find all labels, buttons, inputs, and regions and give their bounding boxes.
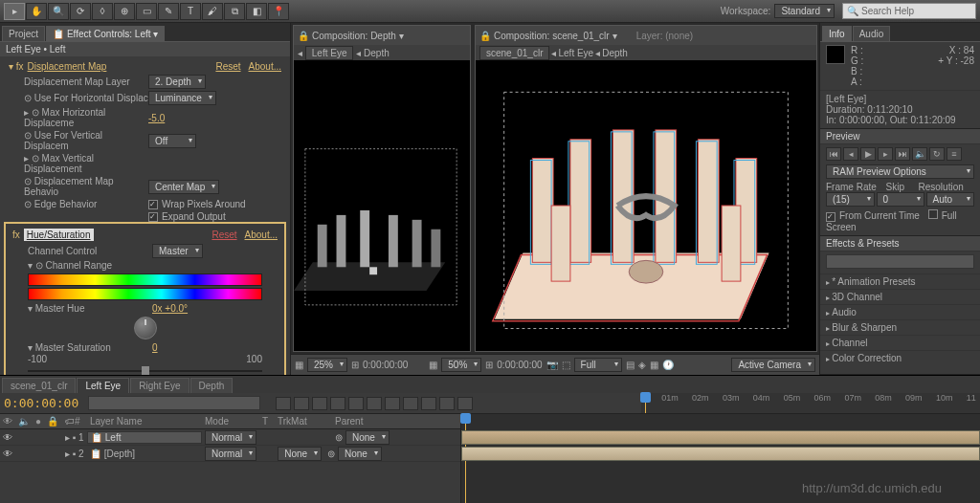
bc-scene[interactable]: scene_01_clr bbox=[479, 46, 549, 60]
dm-wrap-checkbox[interactable] bbox=[148, 200, 158, 209]
grid2-icon[interactable]: ▦ bbox=[429, 360, 437, 370]
lock-icon[interactable]: 🔒 bbox=[479, 31, 491, 41]
ep-blur[interactable]: Blur & Sharpen bbox=[820, 319, 980, 335]
time2[interactable]: 0:00:00:00 bbox=[497, 360, 542, 370]
tc-icon-5[interactable] bbox=[348, 397, 364, 410]
fx-hue-sat-header[interactable]: fx Hue/Saturation Reset About... bbox=[9, 227, 281, 243]
tab-project[interactable]: Project bbox=[2, 26, 45, 41]
tab-effect-controls[interactable]: 📋 Effect Controls: Left ▾ bbox=[46, 26, 165, 41]
fx-displacement-map-header[interactable]: ▾ fx Displacement Map Reset About... bbox=[5, 59, 285, 74]
zoom-tool-icon[interactable]: 🔍 bbox=[48, 3, 69, 20]
prev-frame-button[interactable]: ◂ bbox=[843, 147, 858, 161]
mask-icon[interactable]: ▤ bbox=[626, 360, 635, 370]
depth-viewport[interactable] bbox=[294, 60, 470, 351]
first-frame-button[interactable]: ⏮ bbox=[826, 147, 841, 161]
eraser-tool-icon[interactable]: ◧ bbox=[246, 3, 267, 20]
effects-search[interactable] bbox=[826, 254, 974, 269]
res2-icon[interactable]: ⊞ bbox=[485, 360, 493, 370]
bc-lefteye2[interactable]: Left Eye bbox=[558, 48, 593, 58]
fullscreen-checkbox[interactable] bbox=[928, 209, 938, 219]
next-frame-button[interactable]: ▸ bbox=[878, 147, 893, 161]
tc-icon-10[interactable] bbox=[439, 397, 455, 410]
scene-viewport[interactable] bbox=[476, 60, 816, 351]
brush-tool-icon[interactable]: 🖌 bbox=[202, 3, 223, 20]
layer1-name[interactable]: 📋 Left bbox=[87, 431, 202, 444]
tc-icon-3[interactable] bbox=[312, 397, 327, 410]
tab-info[interactable]: Info bbox=[822, 26, 852, 41]
hs-about[interactable]: About... bbox=[245, 230, 278, 240]
loop-button[interactable]: ↻ bbox=[929, 147, 945, 161]
tc-icon-11[interactable] bbox=[457, 397, 473, 410]
tc-icon-2[interactable] bbox=[294, 397, 309, 410]
bc-depth[interactable]: Depth bbox=[364, 48, 390, 58]
layer2-bar[interactable] bbox=[461, 447, 980, 461]
hand-tool-icon[interactable]: ✋ bbox=[26, 3, 47, 20]
tc-icon-1[interactable] bbox=[276, 397, 291, 410]
hs-channel-dropdown[interactable]: Master bbox=[152, 244, 203, 258]
timeline-tab-righteye[interactable]: Right Eye bbox=[130, 378, 189, 393]
ep-color[interactable]: Color Correction bbox=[820, 350, 980, 365]
play-button[interactable]: ▶ bbox=[860, 147, 876, 161]
rotate-tool-icon[interactable]: ⟳ bbox=[70, 3, 91, 20]
text-tool-icon[interactable]: T bbox=[180, 3, 201, 20]
time-icon[interactable]: 🕐 bbox=[662, 360, 674, 370]
dm-reset[interactable]: Reset bbox=[215, 61, 240, 72]
timeline-tab-scene[interactable]: scene_01_clr bbox=[2, 378, 76, 393]
hs-hue-value[interactable]: 0x +0.0° bbox=[152, 303, 188, 314]
snap-icon[interactable]: 📷 bbox=[546, 360, 558, 370]
dm-expand-checkbox[interactable] bbox=[148, 212, 158, 222]
stamp-tool-icon[interactable]: ⧉ bbox=[224, 3, 245, 20]
skip-dropdown[interactable]: 0 bbox=[877, 192, 924, 207]
dm-vdisp-dropdown[interactable]: Off bbox=[148, 134, 196, 148]
res-icon[interactable]: ⊞ bbox=[351, 360, 359, 370]
hs-sat-value[interactable]: 0 bbox=[152, 342, 158, 353]
hs-reset[interactable]: Reset bbox=[212, 230, 236, 240]
pen-tool-icon[interactable]: ✎ bbox=[158, 3, 179, 20]
layer-timeline[interactable]: http://um3d.dc.umich.edu bbox=[461, 414, 980, 503]
ep-channel[interactable]: Channel bbox=[820, 335, 980, 350]
rect-tool-icon[interactable]: ▭ bbox=[136, 3, 157, 20]
camera-dropdown[interactable]: Active Camera bbox=[731, 358, 815, 372]
fromcurrent-checkbox[interactable] bbox=[826, 212, 835, 222]
tc-icon-9[interactable] bbox=[421, 397, 436, 410]
region-icon[interactable]: ⬚ bbox=[562, 360, 570, 370]
workspace-dropdown[interactable]: Standard bbox=[774, 4, 835, 18]
playhead[interactable] bbox=[645, 393, 646, 413]
timeline-tab-lefteye[interactable]: Left Eye bbox=[77, 378, 129, 393]
selection-tool-icon[interactable]: ▸ bbox=[4, 3, 25, 20]
ep-3d-channel[interactable]: 3D Channel bbox=[820, 289, 980, 304]
pin-tool-icon[interactable]: 📍 bbox=[268, 3, 289, 20]
fullmode-dropdown[interactable]: Full bbox=[574, 358, 622, 372]
framerate-dropdown[interactable]: (15) bbox=[826, 192, 875, 207]
tc-icon-6[interactable] bbox=[367, 397, 382, 410]
zoom1-dropdown[interactable]: 25% bbox=[307, 358, 347, 372]
lock-icon[interactable]: 🔒 bbox=[298, 31, 309, 41]
bc-depth2[interactable]: Depth bbox=[602, 48, 628, 58]
layer1-parent[interactable]: None bbox=[345, 430, 390, 445]
layer-row-2[interactable]: 👁 ▸ ▪ 2 📋 [Depth] Normal None ⊚ None bbox=[0, 446, 460, 462]
time-ruler[interactable]: 01m 02m 03m 04m 05m 06m 07m 08m 09m 10m … bbox=[641, 393, 980, 413]
time1[interactable]: 0:00:00:00 bbox=[363, 360, 408, 370]
resolution-dropdown[interactable]: Auto bbox=[926, 192, 975, 207]
timeline-search[interactable] bbox=[88, 396, 260, 410]
guides-icon[interactable]: ◈ bbox=[638, 360, 646, 370]
tc-icon-7[interactable] bbox=[385, 397, 400, 410]
zoom2-dropdown[interactable]: 50% bbox=[441, 358, 481, 372]
timeline-tab-depth[interactable]: Depth bbox=[190, 378, 234, 393]
mute-button[interactable]: 🔈 bbox=[912, 147, 927, 161]
grid-toggle-icon[interactable]: ▦ bbox=[650, 360, 658, 370]
dm-hmax-value[interactable]: -5.0 bbox=[148, 113, 165, 123]
tc-icon-8[interactable] bbox=[403, 397, 418, 410]
anchor-tool-icon[interactable]: ⊕ bbox=[114, 3, 135, 20]
search-help[interactable]: 🔍 Search Help bbox=[842, 3, 976, 19]
hue-bar-top[interactable] bbox=[28, 273, 262, 286]
tab-audio[interactable]: Audio bbox=[853, 26, 891, 41]
layer2-parent[interactable]: None bbox=[338, 447, 382, 461]
hue-knob[interactable] bbox=[134, 317, 157, 339]
hue-bar-bottom[interactable] bbox=[28, 288, 262, 300]
dm-layer-dropdown[interactable]: 2. Depth bbox=[148, 75, 206, 89]
layer1-mode[interactable]: Normal bbox=[205, 430, 256, 445]
dm-behavior-dropdown[interactable]: Center Map bbox=[148, 180, 219, 194]
layer1-bar[interactable] bbox=[461, 430, 980, 445]
layer-row-1[interactable]: 👁 ▸ ▪ 1 📋 Left Normal ⊚ None bbox=[0, 429, 460, 446]
